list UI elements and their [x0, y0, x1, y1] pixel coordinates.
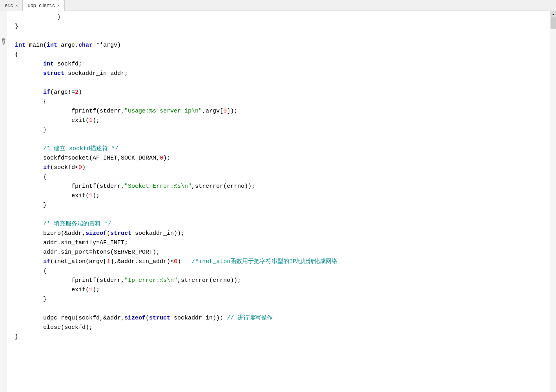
scrollbar-track[interactable]: [550, 17, 556, 392]
code-line: }: [7, 125, 550, 135]
code-area[interactable]: } } int main(int argc,char **argv) { int: [7, 11, 550, 392]
code-line: /* 建立 sockfd描述符 */: [7, 144, 550, 154]
tab-er-c[interactable]: er.c ×: [0, 0, 23, 11]
code-line: int main(int argc,char **argv): [7, 41, 550, 50]
code-line: exit(1);: [7, 285, 550, 295]
code-line: {: [7, 97, 550, 107]
scrollbar-thumb[interactable]: [551, 17, 556, 29]
gutter-icon-1: 牛: [1, 34, 6, 35]
code-line: udpc_requ(sockfd,&addr,sizeof(struct soc…: [7, 314, 550, 323]
code-line: exit(1);: [7, 191, 550, 201]
code-line: if(sockfd<0): [7, 163, 550, 172]
code-line: bzero(&addr,sizeof(struct sockaddr_in));: [7, 229, 550, 238]
code-line: fprintf(stderr,"Usage:%s server_ip\n",ar…: [7, 107, 550, 116]
code-line: addr.sin_port=htons(SERVER_PORT);: [7, 248, 550, 257]
code-line: if(inet_aton(argv[1],&addr.sin_addr)<0) …: [7, 257, 550, 267]
code-line: int sockfd;: [7, 60, 550, 69]
tab-udp-client-c-close[interactable]: ×: [57, 3, 60, 8]
code-line: [7, 210, 550, 220]
code-line: }: [7, 295, 550, 304]
code-line: close(sockfd);: [7, 323, 550, 332]
tab-er-c-label: er.c: [5, 2, 13, 8]
code-line: {: [7, 267, 550, 276]
tab-bar: er.c × udp_client.c ×: [0, 0, 556, 11]
code-line: [7, 304, 550, 314]
code-line: }: [7, 22, 550, 31]
code-line: [7, 78, 550, 88]
code-line: struct sockaddr_in addr;: [7, 69, 550, 78]
tab-udp-client-c[interactable]: udp_client.c ×: [23, 0, 65, 11]
code-line: [7, 135, 550, 144]
code-line: addr.sin_family=AF_INET;: [7, 238, 550, 248]
code-line: exit(1);: [7, 116, 550, 125]
code-line: sockfd=socket(AF_INET,SOCK_DGRAM,0);: [7, 154, 550, 163]
code-line: fprintf(stderr,"Ip error:%s\n",strerror(…: [7, 276, 550, 285]
left-gutter: 牛 目 录: [0, 11, 7, 392]
code-line: if(argc!=2): [7, 88, 550, 97]
code-line: {: [7, 172, 550, 182]
code-line: }: [7, 13, 550, 22]
code-line: }: [7, 332, 550, 342]
right-scrollbar[interactable]: ▲: [550, 11, 556, 392]
code-line: }: [7, 201, 550, 210]
code-line: [7, 31, 550, 41]
code-line: /* 填充服务端的资料 */: [7, 220, 550, 229]
scrollbar-up-button[interactable]: ▲: [550, 11, 556, 17]
code-line: fprintf(stderr,"Socket Error:%s\n",strer…: [7, 182, 550, 191]
gutter-icon-3: 录: [1, 38, 6, 39]
tab-udp-client-c-label: udp_client.c: [27, 2, 55, 8]
code-line: {: [7, 50, 550, 60]
tab-er-c-close[interactable]: ×: [15, 3, 18, 8]
gutter-icon-2: 目: [1, 36, 6, 37]
code-content: } } int main(int argc,char **argv) { int: [7, 11, 550, 343]
